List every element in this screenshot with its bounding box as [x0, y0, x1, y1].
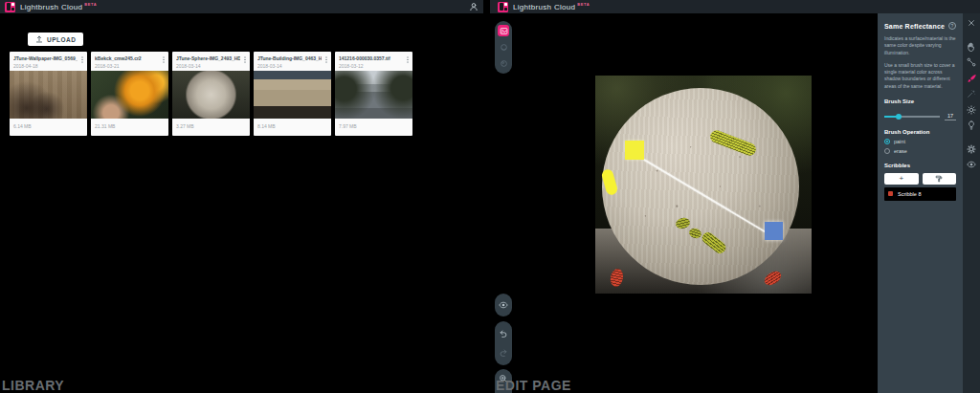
file-name: JTune-Building-IMG_0463_HDR.tif — [257, 55, 322, 61]
undo-button[interactable] — [499, 329, 508, 338]
file-card[interactable]: kBekck_cmw245.cr2 2018-03-21 21.31 MB — [91, 52, 168, 136]
paint-radio[interactable] — [884, 139, 890, 144]
file-name: JTune-Sphere-IMG_2493_HDR-crop.t — [176, 55, 240, 61]
slider-handle[interactable] — [896, 114, 902, 120]
help-icon[interactable]: ? — [948, 22, 956, 30]
card-menu-icon[interactable] — [241, 55, 249, 65]
card-menu-icon[interactable] — [78, 55, 86, 65]
scribble-color-swatch — [888, 191, 893, 196]
file-date: 2018-03-21 — [95, 63, 159, 69]
app-title: Lightbrush CloudBETA — [513, 2, 590, 11]
edit-canvas[interactable] — [595, 76, 812, 294]
file-card[interactable]: JTune-Sphere-IMG_2493_HDR-crop.t 2018-03… — [172, 52, 250, 136]
lightbrush-logo-icon — [498, 2, 508, 12]
paint-radio-label: paint — [894, 139, 905, 144]
toggle-scribbles-visibility-button[interactable] — [499, 300, 508, 310]
file-card[interactable]: JTune-Building-IMG_0463_HDR.tif 2018-03-… — [254, 52, 331, 136]
settings-gear-icon[interactable] — [965, 142, 978, 156]
scribble-handle-yellow[interactable] — [625, 141, 644, 160]
brush-operation-label: Brush Operation — [884, 129, 956, 135]
file-thumbnail[interactable] — [335, 71, 412, 119]
scribble-list-item[interactable]: Scribble 8 — [884, 187, 956, 201]
scribble-handle-blue[interactable] — [765, 222, 783, 240]
sun-exposure-tool[interactable] — [965, 103, 978, 117]
lightbrush-logo-icon — [5, 2, 15, 12]
file-date: 2018-03-14 — [257, 63, 322, 69]
file-date: 2018-04-18 — [13, 63, 78, 69]
visibility-pill — [495, 294, 512, 317]
library-caption: LIBRARY — [2, 378, 64, 393]
file-card-header: JTune-Building-IMG_0463_HDR.tif 2018-03-… — [254, 52, 331, 71]
app-title: Lightbrush CloudBETA — [20, 2, 97, 11]
add-scribble-button[interactable]: + — [884, 173, 919, 185]
file-size: 3.27 MB — [172, 119, 250, 136]
file-card-header: 141216-000030.0357.tif 2018-03-12 — [335, 52, 412, 71]
beta-badge: BETA — [84, 2, 97, 7]
magic-wand-tool[interactable] — [965, 87, 978, 100]
erase-radio-label: erase — [894, 148, 907, 154]
upload-button-label: UPLOAD — [47, 36, 76, 43]
scribbles-label: Scribbles — [884, 163, 956, 168]
erase-radio[interactable] — [884, 148, 890, 154]
app-title-text: Lightbrush Cloud — [513, 3, 575, 11]
library-window: Lightbrush CloudBETA UPLOAD JTune-Wallpa… — [0, 0, 483, 376]
shading-view-button[interactable] — [498, 57, 509, 69]
file-date: 2018-03-12 — [339, 63, 403, 69]
app-root: Lightbrush CloudBETA UPLOAD JTune-Wallpa… — [0, 0, 980, 393]
scribble-item-label: Scribble 8 — [898, 191, 921, 197]
account-icon[interactable] — [469, 2, 479, 11]
tool-description: Indicates a surface/material is the same… — [884, 35, 956, 56]
card-menu-icon[interactable] — [160, 55, 167, 65]
scribble-brush-tool[interactable] — [965, 72, 978, 85]
library-body: UPLOAD JTune-Wallpaper-IMG_0569_HDR.tif … — [0, 13, 483, 376]
file-thumbnail[interactable] — [10, 71, 87, 119]
view-mode-pill — [495, 21, 512, 74]
visibility-eye-icon[interactable] — [965, 158, 978, 171]
beta-badge: BETA — [577, 2, 590, 7]
brush-size-value[interactable]: 17 — [945, 113, 956, 120]
file-thumbnail[interactable] — [172, 71, 250, 119]
image-view-button[interactable] — [498, 25, 509, 36]
card-menu-icon[interactable] — [323, 55, 330, 65]
library-header: Lightbrush CloudBETA — [0, 0, 483, 13]
tool-strip — [963, 13, 980, 393]
tool-inspector-panel: Same Reflectance ? Indicates a surface/m… — [878, 13, 963, 393]
pan-hand-tool[interactable] — [965, 40, 978, 54]
file-thumbnail[interactable] — [91, 71, 168, 119]
file-name: 141216-000030.0357.tif — [339, 55, 403, 61]
canvas-sphere — [602, 88, 799, 285]
history-pill — [495, 321, 512, 365]
file-size: 6.14 MB — [10, 119, 87, 136]
file-date: 2018-03-14 — [176, 63, 240, 69]
file-card-header: kBekck_cmw245.cr2 2018-03-21 — [91, 52, 168, 71]
redo-button[interactable] — [499, 348, 508, 358]
file-name: JTune-Wallpaper-IMG_0569_HDR.tif — [13, 55, 78, 61]
file-card[interactable]: 141216-000030.0357.tif 2018-03-12 7.97 M… — [335, 52, 412, 136]
upload-icon — [35, 35, 43, 43]
edit-page-caption: EDIT PAGE — [496, 378, 571, 393]
upload-button[interactable]: UPLOAD — [28, 33, 83, 46]
app-title-text: Lightbrush Cloud — [20, 3, 82, 11]
close-icon[interactable] — [965, 16, 978, 30]
file-size: 8.14 MB — [254, 119, 331, 136]
card-menu-icon[interactable] — [404, 55, 412, 65]
file-card-header: JTune-Wallpaper-IMG_0569_HDR.tif 2018-04… — [10, 52, 87, 71]
tool-tip: Use a small brush size to cover a single… — [884, 62, 956, 90]
file-card-list: JTune-Wallpaper-IMG_0569_HDR.tif 2018-04… — [10, 52, 412, 136]
file-size: 21.31 MB — [91, 119, 168, 136]
file-card-header: JTune-Sphere-IMG_2493_HDR-crop.t 2018-03… — [172, 52, 250, 71]
file-card[interactable]: JTune-Wallpaper-IMG_0569_HDR.tif 2018-04… — [10, 52, 87, 136]
edit-header: Lightbrush CloudBETA — [490, 0, 980, 13]
fill-scribble-button[interactable] — [923, 173, 957, 185]
file-name: kBekck_cmw245.cr2 — [95, 55, 159, 61]
brush-size-slider[interactable] — [884, 116, 940, 118]
file-size: 7.97 MB — [335, 119, 412, 136]
file-thumbnail[interactable] — [254, 71, 331, 119]
node-select-tool[interactable] — [965, 55, 978, 69]
lightbulb-tool[interactable] — [965, 119, 978, 132]
brush-size-label: Brush Size — [884, 98, 956, 104]
panel-title: Same Reflectance — [884, 23, 945, 30]
material-view-button[interactable] — [498, 41, 509, 53]
edit-window: Lightbrush CloudBETA — [490, 0, 980, 393]
